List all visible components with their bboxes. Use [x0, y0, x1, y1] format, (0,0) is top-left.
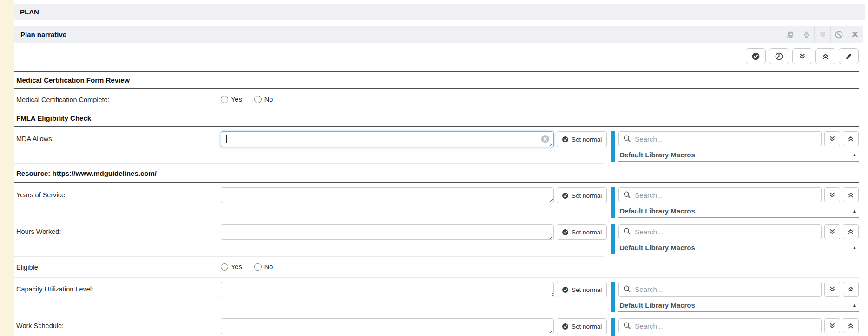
- caret-up-icon[interactable]: ▲: [852, 208, 857, 213]
- medcert-yes-radio[interactable]: [221, 96, 228, 103]
- clear-input-icon[interactable]: [541, 135, 550, 143]
- collapse-down-icon[interactable]: [814, 26, 830, 43]
- macro-library-title: Default Library Macros: [619, 207, 695, 215]
- plan-narrative-panel: Plan narrative: [14, 26, 863, 336]
- row-work-schedule: Work Schedule: Set normal: [14, 314, 859, 336]
- search-icon: [623, 285, 631, 293]
- eligible-no-radio[interactable]: [254, 263, 262, 271]
- caret-up-icon[interactable]: ▲: [852, 245, 857, 250]
- macro-expand-button[interactable]: [824, 282, 840, 297]
- macro-expand-button[interactable]: [824, 187, 840, 202]
- macro-search-input[interactable]: [618, 131, 822, 146]
- plan-form: Medical Certification Form Review Medica…: [14, 71, 859, 336]
- macro-expand-button[interactable]: [824, 131, 840, 146]
- macro-library-title: Default Library Macros: [619, 151, 695, 159]
- macro-collapse-button[interactable]: [843, 131, 859, 146]
- set-normal-button[interactable]: Set normal: [557, 318, 607, 334]
- radio-option-no[interactable]: No: [254, 263, 273, 271]
- radio-label: Yes: [231, 96, 242, 103]
- macro-collapse-button[interactable]: [843, 282, 859, 297]
- radio-option-no[interactable]: No: [254, 96, 273, 103]
- search-icon: [623, 191, 631, 199]
- years-of-service-textarea[interactable]: [221, 187, 554, 203]
- radio-label: No: [264, 263, 273, 271]
- macro-library-header[interactable]: Default Library Macros ▲: [618, 146, 859, 162]
- text-cursor: [226, 135, 227, 143]
- set-normal-label: Set normal: [572, 286, 602, 293]
- macro-library-title: Default Library Macros: [619, 301, 695, 309]
- field-label: MDA Allows:: [16, 131, 221, 142]
- radio-label: Yes: [231, 263, 242, 271]
- row-mda-allows: MDA Allows: S: [14, 127, 859, 164]
- hours-worked-textarea[interactable]: [221, 224, 554, 240]
- collapse-all-button[interactable]: [815, 48, 835, 64]
- macro-collapse-button[interactable]: [843, 318, 859, 333]
- macro-search: [618, 224, 822, 239]
- mda-allows-input-wrap: [221, 131, 554, 149]
- plan-section-header[interactable]: PLAN: [14, 4, 865, 20]
- yes-no-radio-group: Yes No: [221, 263, 273, 271]
- caret-up-icon[interactable]: ▲: [852, 303, 857, 308]
- radio-option-yes[interactable]: Yes: [221, 96, 242, 103]
- medcert-no-radio[interactable]: [254, 96, 262, 103]
- yes-no-radio-group: Yes No: [221, 96, 273, 103]
- search-icon: [623, 227, 631, 235]
- heading-fmla-eligibility: FMLA Eligibility Check: [14, 110, 859, 127]
- macro-search-input[interactable]: [618, 318, 822, 333]
- field-label: Hours Worked:: [16, 224, 221, 235]
- macro-search-input[interactable]: [618, 282, 822, 297]
- radio-label: No: [264, 96, 273, 103]
- macro-panel: Default Library Macros ▲: [611, 187, 859, 218]
- macro-search: [618, 131, 822, 146]
- set-normal-button[interactable]: Set normal: [557, 187, 607, 203]
- macro-collapse-button[interactable]: [843, 187, 859, 202]
- macro-collapse-button[interactable]: [843, 224, 859, 239]
- field-label: Eligible:: [16, 263, 221, 271]
- macro-search-input[interactable]: [618, 224, 822, 239]
- macro-expand-button[interactable]: [824, 224, 840, 239]
- set-normal-button[interactable]: Set normal: [557, 282, 607, 297]
- row-capacity-utilization-level: Capacity Utilization Level: Set normal: [14, 278, 859, 314]
- field-label: Years of Service:: [16, 187, 221, 199]
- check-circle-icon: [562, 286, 569, 293]
- history-clock-button[interactable]: [769, 48, 789, 64]
- edit-pencil-button[interactable]: [839, 48, 859, 64]
- macro-library-header[interactable]: Default Library Macros ▲: [618, 297, 859, 312]
- plan-section-title: PLAN: [20, 8, 39, 16]
- macro-library-header[interactable]: Default Library Macros ▲: [618, 202, 859, 218]
- left-margin-strip: [0, 0, 14, 336]
- page: PLAN Plan narrative: [14, 4, 868, 336]
- book-icon[interactable]: [782, 26, 798, 43]
- field-label: Capacity Utilization Level:: [16, 282, 221, 293]
- macro-panel: Default Library Macros ▲: [611, 131, 859, 162]
- caret-up-icon[interactable]: ▲: [852, 152, 857, 157]
- complete-check-button[interactable]: [746, 48, 766, 64]
- capacity-utilization-textarea[interactable]: [221, 282, 554, 297]
- search-icon: [623, 322, 631, 330]
- microphone-icon[interactable]: [798, 26, 814, 43]
- macro-search: [618, 282, 822, 297]
- mda-allows-textarea[interactable]: [221, 131, 554, 147]
- check-circle-icon: [562, 136, 569, 143]
- macro-panel: Default Library Macros ▲: [611, 282, 859, 312]
- field-label: Work Schedule:: [16, 318, 221, 330]
- macro-library-header[interactable]: Default Library Macros ▲: [618, 239, 859, 254]
- radio-option-yes[interactable]: Yes: [221, 263, 242, 271]
- set-normal-button[interactable]: Set normal: [557, 224, 607, 240]
- narrative-toolbar: [14, 48, 859, 64]
- macro-expand-button[interactable]: [824, 318, 840, 333]
- expand-all-button[interactable]: [792, 48, 812, 64]
- macro-library-title: Default Library Macros: [619, 244, 695, 252]
- set-normal-label: Set normal: [572, 323, 602, 330]
- eligible-yes-radio[interactable]: [221, 263, 228, 271]
- check-circle-icon: [562, 192, 569, 199]
- macro-search-input[interactable]: [618, 187, 822, 202]
- set-normal-button[interactable]: Set normal: [557, 131, 607, 147]
- set-normal-label: Set normal: [572, 192, 602, 199]
- close-icon[interactable]: [847, 26, 863, 43]
- work-schedule-textarea[interactable]: [221, 318, 554, 334]
- panel-body: Medical Certification Form Review Medica…: [14, 48, 863, 336]
- plan-narrative-header[interactable]: Plan narrative: [14, 26, 863, 43]
- disable-icon[interactable]: [830, 26, 847, 43]
- macro-library-header[interactable]: Default Library Macros ▲: [618, 333, 859, 336]
